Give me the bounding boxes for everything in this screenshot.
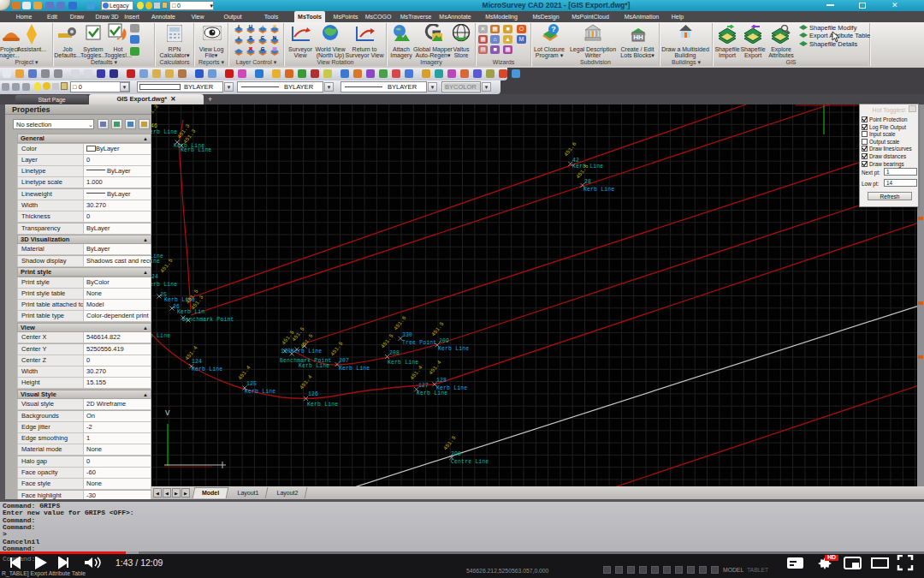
svg-text:HH: HH [633,33,643,41]
svg-text:127: 127 [418,383,429,389]
svg-text:Kerb Line: Kerb Line [417,390,447,396]
svg-text:298: 298 [451,451,461,457]
svg-text:☀: ☀ [272,24,277,29]
svg-text:125: 125 [246,381,257,387]
svg-text:Kerb Line: Kerb Line [181,147,211,153]
svg-text:Kerb Line: Kerb Line [307,402,338,408]
svg-text:✖: ✖ [248,46,252,51]
svg-text:HD: HD [827,555,836,560]
svg-text:Kerb Line: Kerb Line [192,366,222,372]
svg-text:Kerb Line: Kerb Line [583,187,614,193]
svg-text:ine: ine [151,259,160,265]
svg-text:126: 126 [308,391,318,397]
svg-text:erb Line: erb Line [151,282,177,288]
svg-text:330: 330 [402,332,412,338]
svg-text:♦: ♦ [261,24,264,29]
svg-text:24: 24 [151,274,158,280]
svg-text:Kerb Line: Kerb Line [291,349,322,355]
svg-text:209: 209 [439,338,449,344]
svg-text:128: 128 [436,378,447,384]
svg-text:207: 207 [339,358,349,364]
svg-text:U: U [249,24,252,29]
svg-text:Kerb Line: Kerb Line [438,346,469,352]
svg-text:Tree Point: Tree Point [402,340,436,346]
svg-text:?: ? [551,25,556,33]
svg-text:42: 42 [572,158,579,164]
svg-text:Centre Line: Centre Line [451,459,489,465]
svg-text:S: S [249,35,252,40]
svg-text:Kerb Line: Kerb Line [339,366,370,372]
svg-text:100: 100 [281,349,291,355]
svg-text:208: 208 [389,350,400,356]
svg-text:erb Line: erb Line [151,129,177,135]
svg-text:V: V [165,409,170,418]
svg-text:28: 28 [584,179,591,185]
svg-text:Kerb Lin: Kerb Lin [177,309,204,315]
svg-text:Kerb Line: Kerb Line [388,360,418,366]
svg-text:Kerb Line: Kerb Line [436,385,467,391]
svg-text:N: N [273,35,276,40]
svg-text:Benchmark Point: Benchmark Point [182,317,234,323]
svg-text:C: C [261,35,265,40]
svg-text:124: 124 [192,359,202,365]
svg-text:Kerb Line: Kerb Line [299,363,329,369]
svg-text:b Line: b Line [151,333,170,339]
svg-text:46: 46 [151,123,157,129]
svg-text:Kerb Line: Kerb Line [245,389,275,395]
